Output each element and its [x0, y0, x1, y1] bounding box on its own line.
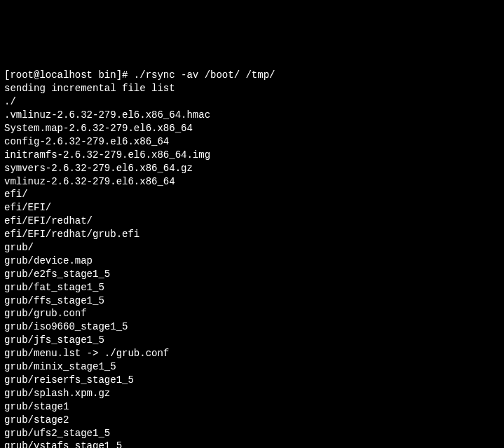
output-lines: sending incremental file list./.vmlinuz-… [4, 82, 500, 448]
output-line: efi/EFI/redhat/grub.efi [4, 228, 500, 241]
output-line: grub/menu.lst -> ./grub.conf [4, 347, 500, 360]
output-line: sending incremental file list [4, 82, 500, 95]
command-text: ./rsync -av /boot/ /tmp/ [134, 69, 275, 81]
output-line: grub/e2fs_stage1_5 [4, 268, 500, 281]
output-line: config-2.6.32-279.el6.x86_64 [4, 135, 500, 149]
output-line: grub/jfs_stage1_5 [4, 334, 500, 347]
output-line: grub/minix_stage1_5 [4, 360, 500, 374]
output-line: grub/stage2 [4, 414, 500, 427]
output-line: efi/EFI/redhat/ [4, 215, 500, 228]
shell-prompt: [root@localhost bin]# [4, 69, 134, 81]
output-line: grub/iso9660_stage1_5 [4, 320, 500, 334]
output-line: initramfs-2.6.32-279.el6.x86_64.img [4, 149, 500, 162]
output-line: grub/ffs_stage1_5 [4, 294, 500, 308]
terminal-output[interactable]: [root@localhost bin]# ./rsync -av /boot/… [4, 56, 500, 448]
output-line: grub/splash.xpm.gz [4, 387, 500, 400]
output-line: vmlinuz-2.6.32-279.el6.x86_64 [4, 175, 500, 189]
output-line: grub/fat_stage1_5 [4, 281, 500, 294]
output-line: .vmlinuz-2.6.32-279.el6.x86_64.hmac [4, 109, 500, 122]
output-line: grub/device.map [4, 254, 500, 268]
output-line: grub/ufs2_stage1_5 [4, 427, 500, 440]
output-line: efi/EFI/ [4, 201, 500, 215]
output-line: grub/vstafs_stage1_5 [4, 440, 500, 448]
output-line: grub/grub.conf [4, 307, 500, 320]
output-line: System.map-2.6.32-279.el6.x86_64 [4, 122, 500, 135]
output-line: grub/stage1 [4, 400, 500, 414]
output-line: efi/ [4, 188, 500, 201]
output-line: grub/ [4, 241, 500, 254]
output-line: symvers-2.6.32-279.el6.x86_64.gz [4, 162, 500, 175]
output-line: ./ [4, 95, 500, 109]
output-line: grub/reiserfs_stage1_5 [4, 374, 500, 387]
